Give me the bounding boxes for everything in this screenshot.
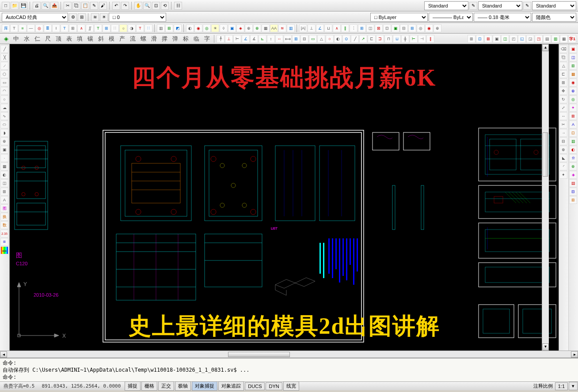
toggle-lwt[interactable]: 线宽 bbox=[283, 381, 299, 391]
dtool-4-icon[interactable]: ∠ bbox=[242, 35, 250, 43]
rtool-text1-icon[interactable]: 字1 bbox=[568, 35, 576, 43]
preview-icon[interactable]: 🔍 bbox=[42, 2, 49, 10]
ctool-biao2[interactable]: 标 bbox=[181, 34, 191, 44]
ctool-chi[interactable]: 尺 bbox=[43, 34, 53, 44]
tool-wave-icon[interactable]: ∬ bbox=[86, 24, 94, 32]
layer-manager-icon[interactable]: ≋ bbox=[91, 13, 99, 21]
scroll-v-thumb[interactable] bbox=[543, 132, 548, 177]
toggle-ducs[interactable]: DUCS bbox=[245, 382, 265, 390]
rt2-17-icon[interactable]: ▤ bbox=[569, 179, 577, 187]
dtool-24-icon[interactable]: ⊢ bbox=[410, 35, 418, 43]
status-anno-icon[interactable]: ▾ bbox=[569, 382, 578, 390]
tool-target-icon[interactable]: ◎ bbox=[35, 24, 43, 32]
linetype-dropdown[interactable]: ———— ByLayer bbox=[429, 13, 473, 22]
tool-clip-icon[interactable]: ◩ bbox=[174, 24, 182, 32]
workspace-settings-icon[interactable]: ⚙ bbox=[69, 13, 77, 21]
ctool-chan[interactable]: 产 bbox=[117, 34, 127, 44]
tool-list-icon[interactable]: ≣ bbox=[44, 24, 52, 32]
tool-sun-icon[interactable]: ☼ bbox=[119, 24, 127, 32]
tool-dots2-icon[interactable]: ∷ bbox=[144, 24, 152, 32]
toggle-dyn[interactable]: DYN bbox=[266, 382, 282, 390]
dtool-17-icon[interactable]: ╱ bbox=[351, 35, 359, 43]
tool-table-icon[interactable]: ⊞ bbox=[165, 24, 173, 32]
zoom-window-icon[interactable]: ⊡ bbox=[152, 2, 160, 10]
ctool-zhong[interactable]: 中 bbox=[11, 34, 21, 44]
dtool-8-icon[interactable]: ↔ bbox=[275, 35, 283, 43]
tool-lib-icon[interactable]: 库 bbox=[2, 24, 10, 32]
dtool-11-icon[interactable]: ⊟ bbox=[300, 35, 308, 43]
offset-icon[interactable]: ⊏ bbox=[559, 70, 567, 78]
tool-grid-icon[interactable]: ⊞ bbox=[69, 24, 77, 32]
rtool-1-icon[interactable]: ⊞ bbox=[468, 35, 475, 43]
move-icon[interactable]: ✥ bbox=[559, 87, 567, 95]
print-icon[interactable]: 🖨 bbox=[33, 2, 41, 10]
extra5-icon[interactable]: ⊞ bbox=[0, 238, 8, 246]
tool-angle-icon[interactable]: ∧ bbox=[77, 24, 85, 32]
extend-icon[interactable]: → bbox=[559, 129, 567, 137]
dtool-25-icon[interactable]: ⊣ bbox=[418, 35, 426, 43]
dtool-7-icon[interactable]: ↕ bbox=[267, 35, 275, 43]
rt2-18-icon[interactable]: ⊟ bbox=[569, 188, 577, 196]
dtool-26-icon[interactable]: ‖ bbox=[426, 35, 434, 43]
tool-misc11-icon[interactable]: ≋ bbox=[278, 24, 286, 32]
tool-dim15-icon[interactable]: ◎ bbox=[417, 24, 425, 32]
dtool-14-icon[interactable]: ○ bbox=[326, 35, 334, 43]
copy-icon[interactable]: ⿻ bbox=[72, 2, 80, 10]
rt2-2-icon[interactable]: ◫ bbox=[569, 53, 577, 61]
tool-grid2-icon[interactable]: ⊞ bbox=[103, 24, 110, 32]
tool-dim4-icon[interactable]: ⊔ bbox=[324, 24, 332, 32]
tool-i-icon[interactable]: I bbox=[52, 24, 60, 32]
rt2-12-icon[interactable]: ▥ bbox=[569, 137, 577, 145]
rtool-8-icon[interactable]: ◲ bbox=[526, 35, 534, 43]
plotstyle-dropdown[interactable]: 随颜色 bbox=[532, 13, 576, 22]
scale-icon[interactable]: ⤢ bbox=[559, 104, 567, 112]
ctool-luo[interactable]: 螺 bbox=[138, 34, 148, 44]
dtool-22-icon[interactable]: ⊔ bbox=[393, 35, 401, 43]
tool-dim1-icon[interactable]: |A| bbox=[299, 24, 307, 32]
region-icon[interactable]: ◫ bbox=[0, 179, 8, 187]
dimstyle-dropdown[interactable]: Standard bbox=[478, 1, 522, 10]
scroll-h-thumb[interactable] bbox=[228, 352, 290, 357]
ctool-liu[interactable]: 流 bbox=[128, 34, 138, 44]
tool-misc7-icon[interactable]: ◈ bbox=[236, 24, 244, 32]
tool-misc2-icon[interactable]: ◉ bbox=[194, 24, 202, 32]
redo-icon[interactable]: ↷ bbox=[121, 2, 129, 10]
rt2-1-icon[interactable]: ▣ bbox=[569, 45, 577, 53]
tool-dim16-icon[interactable]: ◉ bbox=[425, 24, 433, 32]
rtool-4-icon[interactable]: ▣ bbox=[493, 35, 501, 43]
cut-icon[interactable]: ✂ bbox=[64, 2, 72, 10]
extra2-icon[interactable]: 换 bbox=[0, 213, 8, 221]
tool-t3-icon[interactable]: T bbox=[94, 24, 102, 32]
tool-misc3-icon[interactable]: ◎ bbox=[203, 24, 211, 32]
ellipsearc-icon[interactable]: ◗ bbox=[0, 129, 8, 137]
dtool-6-icon[interactable]: ⊾ bbox=[259, 35, 266, 43]
tool-bar-icon[interactable]: ≡ bbox=[19, 24, 27, 32]
join-icon[interactable]: ⊕ bbox=[559, 146, 567, 154]
brush-icon[interactable]: 🖌 bbox=[99, 2, 107, 10]
xline-icon[interactable]: ╳ bbox=[0, 53, 8, 61]
rt2-14-icon[interactable]: 分 bbox=[569, 154, 577, 162]
textstyle-dropdown[interactable]: Standard bbox=[424, 1, 468, 10]
dtool-3-icon[interactable]: ⊢ bbox=[233, 35, 241, 43]
scroll-left-icon[interactable]: ◂ bbox=[0, 351, 7, 358]
circle-icon[interactable]: ○ bbox=[0, 95, 8, 103]
tool-dim12-icon[interactable]: ▣ bbox=[392, 24, 399, 32]
spline-icon[interactable]: ∿ bbox=[0, 112, 8, 120]
dtool-1-icon[interactable]: ╀ bbox=[217, 35, 224, 43]
paste-icon[interactable]: 📋 bbox=[81, 2, 89, 10]
rtool-3-icon[interactable]: ⊠ bbox=[484, 35, 492, 43]
table-icon[interactable]: ⊞ bbox=[0, 188, 8, 196]
lineweight-dropdown[interactable]: —— 0.18 毫米 bbox=[474, 13, 531, 22]
dtool-19-icon[interactable]: ⊏ bbox=[368, 35, 376, 43]
dtool-20-icon[interactable]: ⊐ bbox=[376, 35, 384, 43]
line-icon[interactable]: ╱ bbox=[0, 45, 8, 53]
tool-misc8-icon[interactable]: ⊕ bbox=[245, 24, 253, 32]
dimstyle-btn-icon[interactable]: ✎ bbox=[523, 2, 531, 10]
tool-dim8-icon[interactable]: ⊞ bbox=[358, 24, 366, 32]
dtool-9-icon[interactable]: ⟷ bbox=[284, 35, 292, 43]
toggle-snap[interactable]: 捕捉 bbox=[125, 381, 141, 391]
tool-dim11-icon[interactable]: ⊡ bbox=[383, 24, 391, 32]
ctool-cheng[interactable]: 撑 bbox=[160, 34, 170, 44]
horizontal-scrollbar[interactable]: ◂ ▸ bbox=[0, 351, 578, 358]
hatch-icon[interactable]: ▦ bbox=[0, 162, 8, 170]
